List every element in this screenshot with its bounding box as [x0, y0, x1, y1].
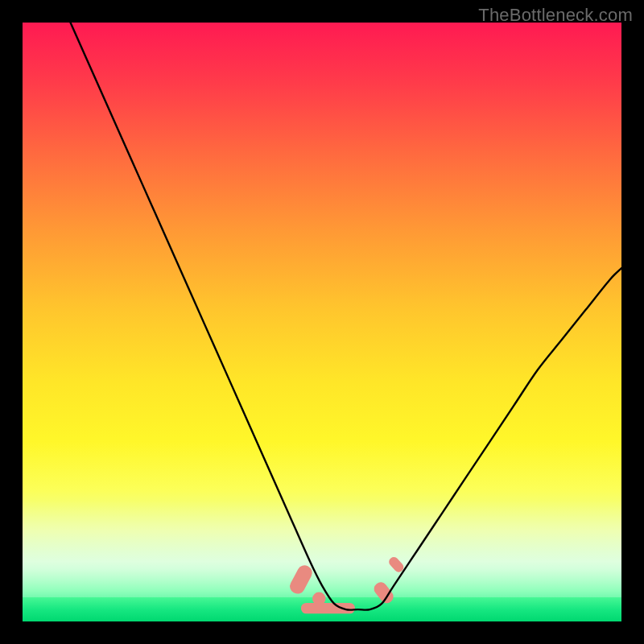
curve-layer: [23, 23, 621, 621]
trough-markers-group: [287, 555, 406, 614]
trough-marker-bar: [301, 603, 355, 613]
chart-stage: TheBottleneck.com: [0, 0, 644, 644]
trough-marker-bar: [287, 563, 315, 597]
plot-area: [23, 23, 621, 621]
watermark-text: TheBottleneck.com: [478, 5, 633, 26]
bottleneck-curve: [71, 23, 621, 610]
